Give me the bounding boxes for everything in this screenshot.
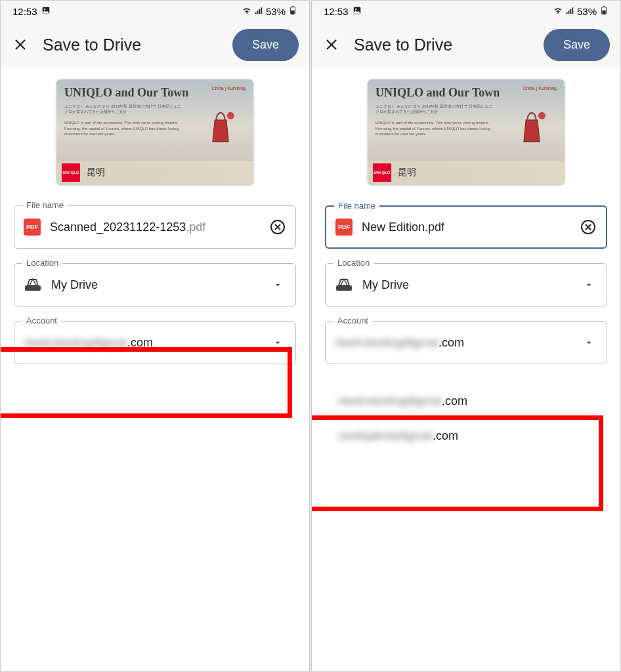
location-label: Location [22, 258, 62, 268]
preview-tag: China | Kunming [211, 86, 246, 91]
svg-rect-16 [570, 9, 572, 14]
statusbar: 12:53 53% [312, 1, 620, 22]
chevron-down-icon [580, 276, 597, 293]
account-field[interactable]: Account rteetrstestingdtgmai.com [14, 321, 296, 364]
battery-icon [599, 6, 609, 17]
document-preview[interactable]: China | Kunming UNIQLO and Our Town ユニクロ… [56, 79, 253, 184]
pdf-icon: PDF [24, 219, 41, 236]
file-name-field[interactable]: File name PDF Scanned_20231122-1253.pdf [14, 205, 296, 249]
wifi-icon [242, 6, 251, 17]
content-area: China | Kunming UNIQLO and Our Town ユニクロ… [312, 68, 620, 671]
close-button[interactable] [322, 35, 341, 54]
clear-icon[interactable] [269, 219, 286, 236]
svg-rect-5 [261, 7, 262, 14]
location-label: Location [333, 258, 374, 268]
clear-icon[interactable] [580, 219, 597, 236]
svg-rect-7 [291, 6, 294, 7]
statusbar: 12:53 53% [1, 1, 309, 22]
svg-rect-8 [291, 10, 294, 14]
kunming-text: 昆明 [87, 167, 105, 178]
gallery-icon [353, 6, 362, 17]
location-value: My Drive [51, 278, 260, 292]
signal-icon [254, 6, 263, 17]
page-title: Save to Drive [43, 35, 219, 54]
svg-rect-19 [603, 6, 605, 7]
preview-tag: China | Kunming [523, 86, 557, 91]
svg-rect-3 [257, 10, 259, 14]
chevron-down-icon [269, 276, 286, 293]
battery-icon [288, 6, 297, 17]
appbar: Save to Drive Save [1, 22, 309, 68]
file-name-label: File name [22, 200, 68, 210]
kunming-text: 昆明 [398, 167, 416, 178]
file-name-value: New Edition.pdf [362, 220, 570, 234]
appbar: Save to Drive Save [312, 22, 620, 68]
preview-subtext: ユニクロと みんなの まち 2013年秋 異常者の方針で 日本品とユニクロが貫ま… [375, 104, 494, 136]
statusbar-time: 12:53 [12, 6, 37, 17]
wifi-icon [553, 6, 563, 17]
uniqlo-logo: UNI QLO [62, 163, 80, 182]
file-name-value: Scanned_20231122-1253.pdf [50, 220, 260, 234]
save-button[interactable]: Save [544, 29, 610, 61]
svg-rect-2 [255, 12, 257, 14]
phone-left: 12:53 53% Save to Drive Save China | Kun… [0, 0, 310, 672]
pdf-icon: PDF [335, 219, 353, 236]
drive-icon [24, 277, 42, 293]
account-label: Account [22, 316, 61, 326]
svg-point-13 [355, 9, 356, 10]
document-preview[interactable]: China | Kunming UNIQLO and Our Town ユニクロ… [368, 79, 565, 184]
svg-point-1 [44, 9, 45, 10]
account-dropdown: rteetrstestingdtgmai.com ravilejakntsdtg… [325, 379, 607, 459]
phone-right: 12:53 53% Save to Drive Save China | Kun… [311, 0, 621, 672]
svg-rect-15 [568, 10, 570, 14]
svg-rect-14 [567, 12, 568, 14]
svg-point-9 [227, 112, 234, 119]
file-name-label: File name [334, 201, 379, 211]
save-button[interactable]: Save [232, 29, 299, 61]
battery-percent: 53% [266, 6, 286, 17]
svg-point-21 [538, 112, 546, 119]
chevron-down-icon [580, 334, 597, 351]
uniqlo-logo: UNI QLO [373, 163, 391, 182]
svg-rect-4 [259, 9, 261, 14]
account-value: rteetrstestingdtgmai.com [24, 336, 260, 350]
preview-subtext: ユニクロと みんなの まち 2013年秋 異常者の方針で 日本品とユニクロが貫ま… [64, 104, 182, 136]
battery-percent: 53% [577, 6, 597, 17]
account-label: Account [333, 316, 372, 326]
account-option[interactable]: rteetrstestingdtgmai.com [325, 384, 607, 419]
file-name-field[interactable]: File name PDF New Edition.pdf [325, 205, 607, 249]
svg-rect-23 [336, 285, 352, 291]
content-area: China | Kunming UNIQLO and Our Town ユニクロ… [1, 68, 309, 671]
bag-illustration [206, 110, 235, 146]
statusbar-time: 12:53 [324, 6, 349, 17]
location-field[interactable]: Location My Drive [14, 263, 296, 306]
signal-icon [565, 6, 574, 17]
svg-rect-17 [572, 7, 573, 14]
bag-illustration [517, 110, 546, 146]
gallery-icon [41, 6, 51, 17]
chevron-down-icon [269, 334, 286, 351]
account-value: rteetrstestingdtgmai.com [335, 336, 571, 350]
location-value: My Drive [362, 278, 571, 292]
page-title: Save to Drive [354, 35, 530, 54]
location-field[interactable]: Location My Drive [325, 263, 607, 306]
svg-rect-11 [25, 285, 41, 291]
account-field[interactable]: Account rteetrstestingdtgmai.com [325, 321, 607, 364]
svg-rect-20 [602, 10, 605, 14]
account-option[interactable]: ravilejakntsdtgmal.com [325, 419, 607, 453]
drive-icon [335, 277, 353, 293]
close-button[interactable] [11, 35, 30, 54]
